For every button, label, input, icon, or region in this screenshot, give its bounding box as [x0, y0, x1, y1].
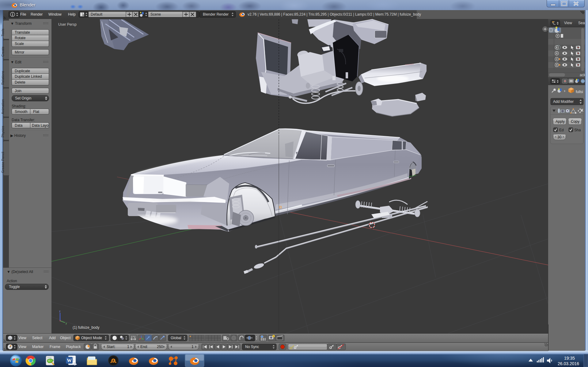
svg-text:1: 1	[127, 345, 129, 349]
svg-text:A: A	[112, 359, 114, 362]
svg-text:Copy: Copy	[571, 119, 579, 124]
svg-text:View: View	[564, 21, 572, 25]
svg-text:W: W	[67, 358, 72, 363]
svg-text:View: View	[18, 336, 26, 340]
svg-text:Marker: Marker	[32, 345, 44, 349]
svg-text:View: View	[18, 345, 26, 349]
svg-text:z: z	[59, 310, 61, 313]
svg-text:No Sync: No Sync	[245, 345, 259, 349]
svg-text:Frame: Frame	[50, 345, 60, 349]
svg-text:ack: ack	[580, 73, 585, 77]
svg-text:Object Mode: Object Mode	[81, 336, 102, 340]
svg-text:fullsi: fullsi	[576, 90, 583, 94]
svg-text:30: 30	[557, 135, 562, 139]
svg-text:1: 1	[192, 345, 194, 349]
svg-text:Start:: Start:	[107, 345, 116, 349]
svg-text:Add: Add	[49, 336, 55, 340]
svg-text:Select: Select	[32, 336, 43, 340]
svg-text:Ed: Ed	[559, 128, 564, 132]
svg-text:Global: Global	[171, 336, 181, 340]
svg-text:End:: End:	[140, 345, 148, 349]
svg-text:y: y	[66, 322, 67, 325]
svg-text:Sha: Sha	[574, 128, 581, 132]
svg-text:User Persp: User Persp	[58, 22, 77, 27]
svg-text:Playback: Playback	[66, 345, 81, 349]
svg-text:250: 250	[157, 345, 163, 349]
svg-text:26.03.2016: 26.03.2016	[558, 361, 579, 366]
svg-text:Searc: Searc	[578, 21, 585, 25]
svg-text:(1) fullsize_body: (1) fullsize_body	[73, 325, 99, 330]
svg-text:Add Modifier: Add Modifier	[553, 99, 574, 104]
svg-text:Apply: Apply	[556, 119, 565, 124]
svg-text:19:35: 19:35	[564, 356, 575, 361]
svg-text:Object: Object	[60, 336, 71, 340]
